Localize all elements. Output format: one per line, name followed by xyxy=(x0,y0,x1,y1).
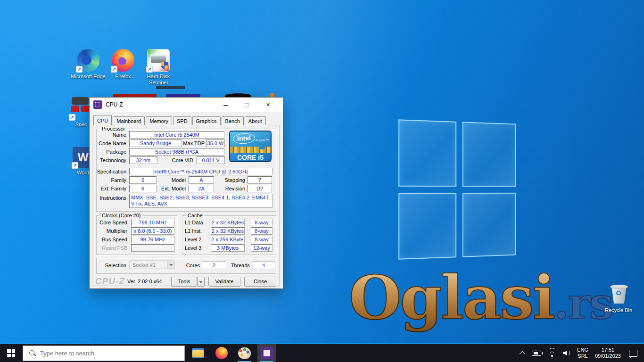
level2-label: Level 2 xyxy=(185,236,209,243)
core-vid-field: 0.811 V xyxy=(197,156,225,164)
level3-label: Level 3 xyxy=(185,245,209,251)
hidden-icon-fragment xyxy=(156,86,185,89)
taskbar-file-explorer[interactable] xyxy=(189,344,207,362)
window-title: CPU-Z xyxy=(106,101,123,108)
minimize-icon xyxy=(223,105,228,106)
speaker-icon xyxy=(563,350,570,356)
desktop-icon-hard-disk-sentinel[interactable]: ↗ Hard Disk Sentinel xyxy=(140,49,176,86)
action-center-button[interactable] xyxy=(629,350,637,357)
multiplier-field: x 8.0 (8.0 - 33.0) xyxy=(131,227,174,235)
revision-field: D2 xyxy=(248,185,272,192)
socket-selection-value: Socket #1 xyxy=(132,262,156,268)
search-input[interactable] xyxy=(40,350,184,357)
shortcut-arrow-icon: ↗ xyxy=(146,66,153,73)
wallpaper-logo-pane xyxy=(398,119,456,186)
tray-network-button[interactable] xyxy=(548,350,556,356)
selection-label: Selection xyxy=(98,262,126,269)
wallpaper-logo-pane xyxy=(462,192,516,257)
rated-fsb-label: Rated FSB xyxy=(98,245,127,251)
start-button[interactable] xyxy=(0,344,23,362)
desktop-icon-label: Hard Disk Sentinel xyxy=(140,74,176,86)
threads-label: Threads xyxy=(230,262,250,269)
cores-field: 2 xyxy=(202,262,226,269)
taskbar-paint[interactable] xyxy=(235,344,254,362)
ext-family-label: Ext. Family xyxy=(92,185,126,192)
threads-field: 4 xyxy=(252,262,275,269)
file-explorer-icon xyxy=(192,348,204,358)
tab-mainboard[interactable]: Mainboard xyxy=(113,116,145,125)
tools-button[interactable]: Tools xyxy=(171,277,197,287)
socket-selection-combo: Socket #1 xyxy=(130,261,174,269)
firefox-icon xyxy=(215,347,228,359)
tab-about[interactable]: About xyxy=(245,116,266,125)
code-name-label: Code Name xyxy=(92,140,126,147)
taskbar-firefox[interactable] xyxy=(212,344,231,362)
l1-data-assoc-field: 8-way xyxy=(251,219,272,226)
clocks-group-legend: Clocks (Core #0) xyxy=(100,213,142,218)
hidden-icon-fragment xyxy=(113,94,157,98)
intel-core-i5-logo: intel inside™ CORE i5 xyxy=(229,131,272,162)
technology-label: Technology xyxy=(92,157,126,164)
tab-spd[interactable]: SPD xyxy=(173,116,191,125)
language-bottom: SRL xyxy=(577,353,588,359)
stepping-label: Stepping xyxy=(218,177,245,183)
code-name-field: Sandy Bridge xyxy=(129,140,182,147)
minimize-button[interactable] xyxy=(215,98,236,112)
cache-group-legend: Cache xyxy=(186,213,204,218)
combo-dropdown-arrow-icon xyxy=(167,261,174,269)
validate-button[interactable]: Validate xyxy=(208,277,240,287)
level3-size-field: 3 MBytes xyxy=(211,244,245,252)
name-label: Name xyxy=(92,132,126,138)
taskbar-search[interactable] xyxy=(23,346,185,361)
tab-graphics[interactable]: Graphics xyxy=(192,116,221,125)
action-center-icon xyxy=(629,350,637,357)
processor-group-legend: Processor xyxy=(100,126,127,132)
desktop-icon-edge[interactable]: ↗ Microsoft Edge xyxy=(70,49,106,80)
rated-fsb-field xyxy=(131,244,174,252)
speccy-icon: ↗ xyxy=(70,97,92,120)
l1-data-label: L1 Data xyxy=(185,219,209,226)
core-speed-label: Core Speed xyxy=(98,219,127,226)
level2-assoc-field: 8-way xyxy=(251,236,272,243)
tools-dropdown-button[interactable] xyxy=(197,277,205,287)
cpuz-app-icon xyxy=(93,100,102,109)
cores-label: Cores xyxy=(182,262,200,269)
desktop-icon-recycle-bin[interactable]: ♻ Recycle Bin xyxy=(601,283,636,313)
search-icon xyxy=(29,350,36,357)
revision-label: Revision xyxy=(220,185,245,192)
taskbar-cpuz[interactable] xyxy=(257,344,276,362)
max-tdp-field: 35.0 W xyxy=(206,140,225,147)
language-indicator[interactable]: ENG SRL xyxy=(577,347,588,359)
tray-chevron-button[interactable] xyxy=(521,351,525,355)
stepping-field: 7 xyxy=(248,176,272,184)
clock-date: 09/01/2023 xyxy=(595,353,621,359)
package-label: Package xyxy=(92,148,126,155)
tray-battery-button[interactable] xyxy=(532,351,541,356)
intel-inside-text: inside™ xyxy=(256,138,269,142)
wifi-icon xyxy=(548,350,556,356)
shortcut-arrow-icon: ↗ xyxy=(76,66,83,73)
close-button[interactable]: × xyxy=(257,98,279,112)
intel-product-text: CORE i5 xyxy=(230,153,271,162)
windows-start-icon xyxy=(7,349,15,357)
version-text: Ver. 2.02.0.x64 xyxy=(127,279,162,284)
tab-cpu[interactable]: CPU xyxy=(93,115,112,125)
core-speed-field: 798.10 MHz xyxy=(131,219,174,226)
recycle-bin-icon: ♻ xyxy=(607,283,630,305)
model-field: A xyxy=(189,176,214,184)
tab-bench[interactable]: Bench xyxy=(222,116,244,125)
paint-icon xyxy=(237,346,251,360)
cpuz-window: CPU-Z × CPU Mainboard Memory SPD Graphic… xyxy=(90,98,283,288)
desktop-icon-firefox[interactable]: ↗ Firefox xyxy=(105,49,141,80)
clock[interactable]: 17:51 09/01/2023 xyxy=(595,347,621,359)
titlebar[interactable]: CPU-Z × xyxy=(90,98,283,112)
ext-family-field: 6 xyxy=(129,185,157,192)
system-tray: ENG SRL 17:51 09/01/2023 xyxy=(518,344,644,362)
cpuz-footer-logo: CPU-Z xyxy=(95,276,125,287)
tray-volume-button[interactable] xyxy=(563,350,570,356)
family-field: 6 xyxy=(129,176,157,184)
tab-memory[interactable]: Memory xyxy=(146,116,172,125)
model-label: Model xyxy=(164,177,186,183)
multiplier-label: Multiplier xyxy=(98,228,127,234)
close-action-button[interactable]: Close xyxy=(244,277,276,287)
